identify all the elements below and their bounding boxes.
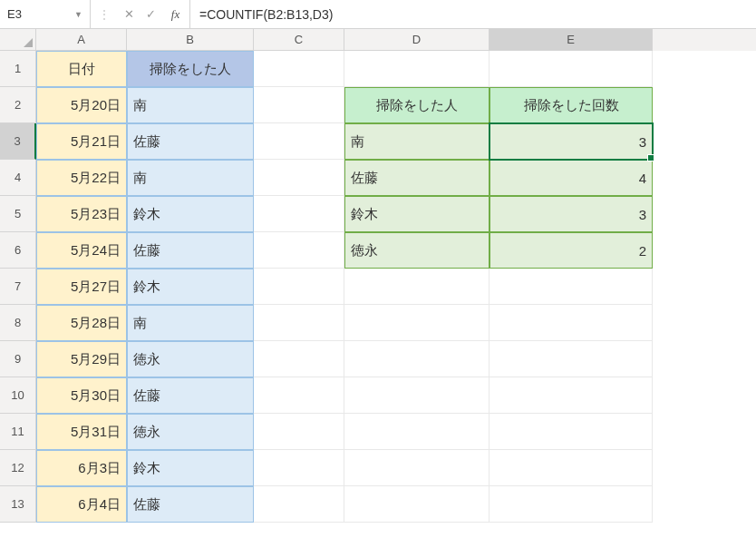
cell-C7[interactable] xyxy=(254,269,344,305)
cell-D3[interactable]: 南 xyxy=(344,123,489,160)
row-header-6[interactable]: 6 xyxy=(0,232,36,269)
col-header-B[interactable]: B xyxy=(127,29,254,51)
cell-D13[interactable] xyxy=(344,486,489,523)
row-header-12[interactable]: 12 xyxy=(0,450,36,486)
enter-icon[interactable]: ✓ xyxy=(140,0,161,28)
row-header-3[interactable]: 3 xyxy=(0,123,36,160)
cell-E8[interactable] xyxy=(489,305,653,341)
cell-E6[interactable]: 2 xyxy=(489,232,653,269)
cell-D7[interactable] xyxy=(344,269,489,305)
cell-A12[interactable]: 6月3日 xyxy=(36,450,127,486)
cell-D4[interactable]: 佐藤 xyxy=(344,160,489,196)
cell-A13[interactable]: 6月4日 xyxy=(36,486,127,523)
row-header-10[interactable]: 10 xyxy=(0,377,36,414)
cell-D5[interactable]: 鈴木 xyxy=(344,196,489,232)
cell-C9[interactable] xyxy=(254,341,344,377)
cell-B5[interactable]: 鈴木 xyxy=(127,196,254,232)
insert-function-button[interactable]: fx xyxy=(161,0,190,28)
name-box[interactable]: E3 ▼ xyxy=(0,0,91,28)
cell-B13[interactable]: 佐藤 xyxy=(127,486,254,523)
cell-B2[interactable]: 南 xyxy=(127,87,254,123)
row-10: 10 5月30日 佐藤 xyxy=(0,377,756,414)
cell-B8[interactable]: 南 xyxy=(127,305,254,341)
chevron-down-icon[interactable]: ▼ xyxy=(74,10,82,19)
cell-C3[interactable] xyxy=(254,123,344,160)
cell-A11[interactable]: 5月31日 xyxy=(36,414,127,450)
cell-E13[interactable] xyxy=(489,486,653,523)
cell-E1[interactable] xyxy=(489,51,653,87)
cell-A10[interactable]: 5月30日 xyxy=(36,377,127,414)
row-1: 1 日付 掃除をした人 xyxy=(0,51,756,87)
row-13: 13 6月4日 佐藤 xyxy=(0,486,756,523)
cell-B6[interactable]: 佐藤 xyxy=(127,232,254,269)
cell-D6[interactable]: 徳永 xyxy=(344,232,489,269)
cell-E2[interactable]: 掃除をした回数 xyxy=(489,87,653,123)
row-header-5[interactable]: 5 xyxy=(0,196,36,232)
cell-E12[interactable] xyxy=(489,450,653,486)
cell-B11[interactable]: 徳永 xyxy=(127,414,254,450)
cell-C10[interactable] xyxy=(254,377,344,414)
cell-D10[interactable] xyxy=(344,377,489,414)
cell-B9[interactable]: 徳永 xyxy=(127,341,254,377)
cell-E10[interactable] xyxy=(489,377,653,414)
row-header-8[interactable]: 8 xyxy=(0,305,36,341)
cell-B12[interactable]: 鈴木 xyxy=(127,450,254,486)
cell-E7[interactable] xyxy=(489,269,653,305)
cell-E9[interactable] xyxy=(489,341,653,377)
cell-C13[interactable] xyxy=(254,486,344,523)
cell-E5[interactable]: 3 xyxy=(489,196,653,232)
cell-B4[interactable]: 南 xyxy=(127,160,254,196)
col-header-E[interactable]: E xyxy=(489,29,653,51)
cell-C2[interactable] xyxy=(254,87,344,123)
row-header-13[interactable]: 13 xyxy=(0,486,36,523)
cell-B7[interactable]: 鈴木 xyxy=(127,269,254,305)
row-3: 3 5月21日 佐藤 南 3 xyxy=(0,123,756,160)
cell-B1[interactable]: 掃除をした人 xyxy=(127,51,254,87)
col-header-D[interactable]: D xyxy=(344,29,489,51)
cell-D9[interactable] xyxy=(344,341,489,377)
column-headers-row: A B C D E xyxy=(0,29,756,51)
cell-C6[interactable] xyxy=(254,232,344,269)
row-header-11[interactable]: 11 xyxy=(0,414,36,450)
cell-E4[interactable]: 4 xyxy=(489,160,653,196)
cell-C12[interactable] xyxy=(254,450,344,486)
cell-D12[interactable] xyxy=(344,450,489,486)
cell-A6[interactable]: 5月24日 xyxy=(36,232,127,269)
row-11: 11 5月31日 徳永 xyxy=(0,414,756,450)
formula-input[interactable]: =COUNTIF(B2:B13,D3) xyxy=(190,0,756,28)
cell-A1[interactable]: 日付 xyxy=(36,51,127,87)
cell-C5[interactable] xyxy=(254,196,344,232)
col-header-A[interactable]: A xyxy=(36,29,127,51)
cell-A9[interactable]: 5月29日 xyxy=(36,341,127,377)
row-header-1[interactable]: 1 xyxy=(0,51,36,87)
cancel-icon[interactable]: ✕ xyxy=(118,0,140,28)
cell-D1[interactable] xyxy=(344,51,489,87)
row-header-7[interactable]: 7 xyxy=(0,269,36,305)
cell-C8[interactable] xyxy=(254,305,344,341)
col-header-C[interactable]: C xyxy=(254,29,344,51)
cell-B10[interactable]: 佐藤 xyxy=(127,377,254,414)
row-2: 2 5月20日 南 掃除をした人 掃除をした回数 xyxy=(0,87,756,123)
row-6: 6 5月24日 佐藤 徳永 2 xyxy=(0,232,756,269)
cell-A5[interactable]: 5月23日 xyxy=(36,196,127,232)
select-all-corner[interactable] xyxy=(0,29,36,51)
cell-C11[interactable] xyxy=(254,414,344,450)
divider: ⋮ xyxy=(91,0,118,28)
cell-A4[interactable]: 5月22日 xyxy=(36,160,127,196)
cell-C4[interactable] xyxy=(254,160,344,196)
row-header-9[interactable]: 9 xyxy=(0,341,36,377)
cell-A2[interactable]: 5月20日 xyxy=(36,87,127,123)
cell-A8[interactable]: 5月28日 xyxy=(36,305,127,341)
cell-D11[interactable] xyxy=(344,414,489,450)
row-header-2[interactable]: 2 xyxy=(0,87,36,123)
cell-D8[interactable] xyxy=(344,305,489,341)
cell-E11[interactable] xyxy=(489,414,653,450)
cell-E3[interactable]: 3 xyxy=(489,123,653,160)
cell-B3[interactable]: 佐藤 xyxy=(127,123,254,160)
cell-D2[interactable]: 掃除をした人 xyxy=(344,87,489,123)
row-5: 5 5月23日 鈴木 鈴木 3 xyxy=(0,196,756,232)
row-header-4[interactable]: 4 xyxy=(0,160,36,196)
cell-A3[interactable]: 5月21日 xyxy=(36,123,127,160)
cell-C1[interactable] xyxy=(254,51,344,87)
cell-A7[interactable]: 5月27日 xyxy=(36,269,127,305)
